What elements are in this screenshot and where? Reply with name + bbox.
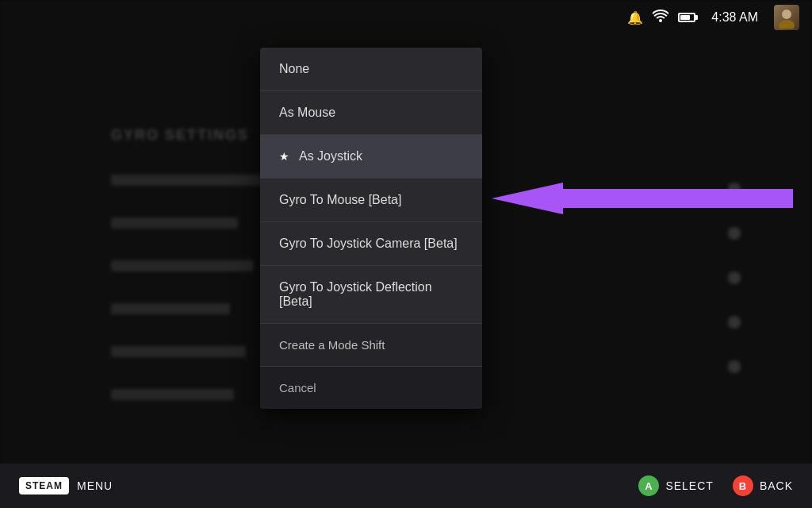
menu-item-as-joystick-label: As Joystick [299,149,362,164]
select-action: A SELECT [638,475,713,496]
menu-item-none-label: None [279,62,309,76]
menu-item-gyro-joystick-def-label: Gyro To Joystick Deflection [Beta] [279,280,463,309]
menu-item-cancel[interactable]: Cancel [260,367,482,409]
menu-item-gyro-joystick-def[interactable]: Gyro To Joystick Deflection [Beta] [260,266,482,324]
status-bar: 🔔 4:38 AM [0,0,812,35]
star-icon: ★ [279,150,289,163]
back-action: B BACK [733,475,793,496]
menu-item-gyro-mouse[interactable]: Gyro To Mouse [Beta] [260,179,482,222]
menu-item-as-mouse-label: As Mouse [279,106,335,120]
bottom-bar: STEAM MENU A SELECT B BACK [0,464,812,508]
menu-item-gyro-joystick-cam[interactable]: Gyro To Joystick Camera [Beta] [260,222,482,266]
avatar-image [774,5,799,30]
menu-item-gyro-joystick-cam-label: Gyro To Joystick Camera [Beta] [279,237,458,251]
dropdown-menu: None As Mouse ★ As Joystick Gyro To Mous… [260,48,482,409]
wifi-icon [653,10,668,25]
menu-label: MENU [77,479,113,492]
bg-rows [111,175,270,432]
bg-title: GYRO SETTINGS [111,127,249,144]
steam-badge[interactable]: STEAM [19,477,69,495]
select-label: SELECT [665,479,713,492]
menu-item-cancel-label: Cancel [279,381,316,394]
svg-point-0 [782,10,791,19]
menu-item-gyro-mouse-label: Gyro To Mouse [Beta] [279,193,401,207]
a-button[interactable]: A [638,475,659,496]
battery-icon [678,13,695,22]
avatar [774,5,799,30]
menu-item-as-mouse[interactable]: As Mouse [260,91,482,135]
menu-item-none[interactable]: None [260,48,482,91]
svg-point-1 [779,20,795,29]
back-label: BACK [760,479,793,492]
status-icons: 🔔 4:38 AM [627,5,799,30]
menu-item-mode-shift[interactable]: Create a Mode Shift [260,324,482,367]
menu-item-mode-shift-label: Create a Mode Shift [279,338,385,352]
time-display: 4:38 AM [711,10,758,25]
steam-section: STEAM MENU [19,477,113,495]
notification-icon: 🔔 [627,10,643,25]
bottom-right-actions: A SELECT B BACK [638,475,793,496]
menu-item-as-joystick[interactable]: ★ As Joystick [260,135,482,179]
b-button[interactable]: B [733,475,753,496]
